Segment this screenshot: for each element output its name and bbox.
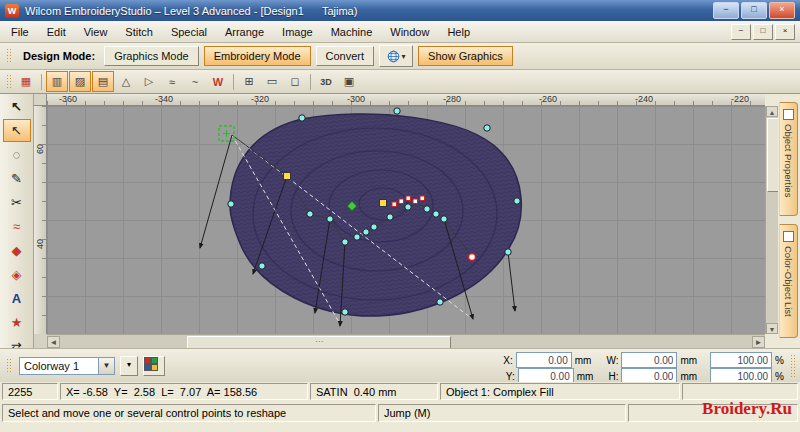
scroll-left-icon[interactable]: ◄ [47,336,60,348]
menu-item-special[interactable]: Special [162,23,216,41]
slow-redraw-icon[interactable]: ▷ [138,71,160,92]
horizontal-ruler: -360-340-320-300-280-260-240-220 [47,94,765,106]
colorway-select[interactable]: Colorway 1 ▼ [19,357,115,375]
start-point-cross [223,130,230,137]
grid-icon[interactable]: ⊞ [238,71,260,92]
stitch-wave-icon[interactable]: ≈ [161,71,183,92]
design-canvas-svg [47,106,765,334]
h-label: H: [608,371,618,382]
prompt-bar: Select and move one or several control p… [0,403,800,432]
status-bar: 2255 X= -6.58 Y= 2.58 L= 7.07 A= 158.56 … [0,382,800,403]
scissors-icon[interactable]: ✂ [3,191,31,214]
ruler-label: -240 [635,94,653,104]
mdi-minimize-button[interactable]: − [731,24,751,40]
ruler-corner [34,94,47,106]
ruler-label: -320 [251,94,269,104]
chevron-down-icon[interactable]: ▼ [98,358,114,374]
needle-points-icon[interactable]: ▥ [46,71,68,92]
menu-item-file[interactable]: File [2,23,38,41]
title-bar[interactable]: W Wilcom EmbroideryStudio – Level 3 Adva… [0,0,800,21]
percent-label: % [775,371,784,382]
reshape-object-icon[interactable]: ↖ [3,119,31,142]
rulers-icon[interactable]: ▭ [261,71,283,92]
select-polygon-icon[interactable]: ◌ [3,143,31,166]
travel-mode: Jump (M) [378,404,626,422]
y-label: Y: [506,371,515,382]
toolbar-separator [233,74,234,90]
tab-color-object-list[interactable]: Color-Object List [779,224,798,338]
toolbar-grip[interactable] [6,74,12,90]
lettering-icon[interactable]: A [3,287,31,310]
view-toolbar-icons: ▦▥▨▤△▷≈~W⊞▭◻3D▣ [15,71,360,92]
minimize-button[interactable]: − [713,2,739,19]
motif-star-icon[interactable]: ★ [3,311,31,334]
graphics-mode-button[interactable]: Graphics Mode [104,46,199,66]
width-input[interactable] [621,352,677,368]
x-input[interactable] [516,352,572,368]
window-title: Wilcom EmbroideryStudio – Level 3 Advanc… [25,5,707,17]
menu-item-arrange[interactable]: Arrange [216,23,273,41]
design-canvas[interactable] [47,106,765,334]
show-graphics-button[interactable]: Show Graphics [418,46,513,66]
mdi-restore-button[interactable]: □ [753,24,773,40]
run-stitch-icon[interactable]: ≈ [3,215,31,238]
pen-digitize-icon[interactable]: ✎ [3,167,31,190]
jump-stitch-icon[interactable]: ~ [184,71,206,92]
convert-button[interactable]: Convert [316,46,375,66]
toolbar-grip[interactable] [6,48,12,64]
connectors-icon[interactable]: ▤ [92,71,114,92]
colorway-menu-button[interactable]: ▾ [120,356,138,376]
stitch-angles-icon[interactable]: ▨ [69,71,91,92]
menu-item-edit[interactable]: Edit [38,23,75,41]
scroll-right-icon[interactable]: ► [752,336,765,348]
menu-bar: FileEditViewStitchSpecialArrangeImageMac… [0,21,800,43]
design-mode-label: Design Mode: [23,50,95,62]
property-bar: Colorway 1 ▼ ▾ X: mm W: mm % Y: mm H: mm [0,348,800,382]
select-object-icon[interactable]: ↖ [3,95,31,118]
menu-item-stitch[interactable]: Stitch [116,23,162,41]
design-window-icon[interactable]: ▦ [15,71,37,92]
stitch-type: SATIN 0.40 mm [310,383,438,400]
embroidery-mode-button[interactable]: Embroidery Mode [204,46,311,66]
menu-item-machine[interactable]: Machine [322,23,382,41]
toolbar-grip[interactable] [790,354,797,377]
maximize-button[interactable]: □ [741,2,767,19]
chevron-down-icon: ▾ [402,52,406,61]
close-button[interactable]: × [769,2,795,19]
toolbar-grip[interactable] [6,358,12,374]
tab-label: Object Properties [783,124,794,197]
complex-fill-icon[interactable]: ◈ [3,263,31,286]
menu-item-window[interactable]: Window [381,23,438,41]
vertical-scrollbar[interactable]: ▲ ▼ [765,106,778,334]
unit-label: mm [575,355,592,366]
fill-stitch-icon[interactable]: ◆ [3,239,31,262]
scroll-up-icon[interactable]: ▲ [766,106,778,117]
scroll-down-icon[interactable]: ▼ [766,323,778,334]
mdi-close-button[interactable]: × [775,24,795,40]
toolbox: ↖↖◌✎✂≈◆◈A★⇄ [0,94,34,348]
3d-view-icon[interactable]: 3D [315,71,337,92]
wilcom-w-icon[interactable]: W [207,71,229,92]
toolbar-separator [310,74,311,90]
exit-point-marker[interactable] [469,254,476,261]
panel-icon [783,231,794,242]
tab-object-properties[interactable]: Object Properties [779,102,798,216]
panel-icon [783,109,794,120]
horizontal-scrollbar[interactable]: ◄ ⋯ ► [47,334,765,348]
menu-item-help[interactable]: Help [438,23,479,41]
scale-x-input[interactable] [710,352,772,368]
stitch-count: 2255 [2,383,58,400]
colorway-value: Colorway 1 [20,360,98,372]
ruler-label: 60 [35,139,45,159]
machine-functions-icon[interactable]: △ [115,71,137,92]
zoom-box-icon[interactable]: ▣ [338,71,360,92]
hoop-globe-dropdown[interactable]: ▾ [379,45,413,67]
pointer-position: X= -6.58 Y= 2.58 L= 7.07 A= 158.56 [60,383,308,400]
palette-button[interactable] [143,356,165,376]
hoop-icon[interactable]: ◻ [284,71,306,92]
docked-panel-tabs: Object Properties Color-Object List [778,94,800,348]
menu-item-image[interactable]: Image [273,23,322,41]
menu-item-view[interactable]: View [75,23,117,41]
w-label: W: [606,355,618,366]
palette-icon [144,357,158,371]
